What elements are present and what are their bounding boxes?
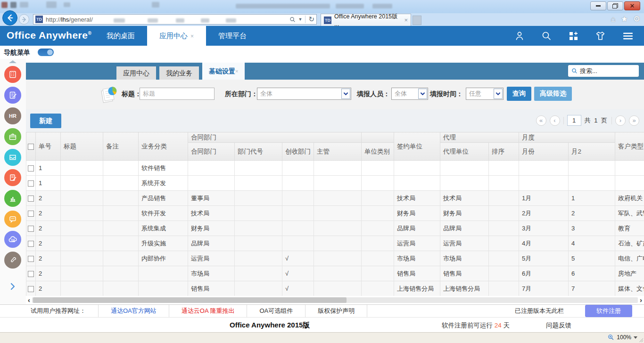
- table-row[interactable]: 2内部协作运营局√市场局市场局5月5电信、广电: [26, 251, 644, 266]
- table-row[interactable]: 2市场局√销售局销售局6月6房地产: [26, 266, 644, 281]
- theme-shirt-icon[interactable]: [594, 30, 606, 42]
- new-tab-button[interactable]: [413, 16, 421, 25]
- row-checkbox[interactable]: [28, 180, 34, 187]
- nav-tab-app-center[interactable]: 应用中心×: [147, 26, 206, 46]
- tab-app-center[interactable]: 应用中心: [116, 66, 156, 80]
- table-row[interactable]: 1系统开发: [26, 176, 644, 191]
- favorites-star-icon[interactable]: ★: [621, 14, 628, 24]
- row-checkbox[interactable]: [28, 165, 34, 172]
- tab-basic-settings[interactable]: 基础设置×: [202, 63, 245, 80]
- software-register-button[interactable]: 软件注册: [585, 305, 632, 317]
- new-button[interactable]: 新建: [30, 114, 61, 128]
- title-filter-input[interactable]: 标题: [140, 88, 215, 100]
- cloud-oa-link[interactable]: 通达云OA 隆重推出: [169, 305, 248, 318]
- first-page-button[interactable]: «: [536, 115, 546, 126]
- user-icon[interactable]: [514, 30, 525, 41]
- forward-button[interactable]: [19, 14, 29, 24]
- table-row[interactable]: 2产品销售董事局技术局技术局1月1政府机关: [26, 191, 644, 206]
- column-header[interactable]: 备注: [103, 132, 139, 161]
- hr-icon[interactable]: HR: [4, 107, 21, 124]
- select-caret-icon[interactable]: [418, 89, 427, 99]
- restore-button[interactable]: [607, 1, 623, 10]
- table-row[interactable]: 2系统集成财务局品牌局品牌局3月3教育: [26, 221, 644, 236]
- office-app-icon[interactable]: [4, 66, 21, 83]
- column-header[interactable]: 部门代号: [235, 143, 282, 161]
- column-header[interactable]: 主管: [314, 143, 362, 161]
- row-checkbox[interactable]: [28, 271, 34, 277]
- message-icon[interactable]: [4, 211, 21, 228]
- optional-components-link[interactable]: OA可选组件: [247, 305, 305, 318]
- attachment-icon[interactable]: [4, 252, 21, 269]
- menu-hamburger-icon[interactable]: [622, 30, 634, 42]
- time-filter-select[interactable]: 任意: [466, 88, 504, 100]
- nav-tab-admin-platform[interactable]: 管理平台: [206, 26, 259, 46]
- row-checkbox[interactable]: [28, 286, 34, 292]
- select-caret-icon[interactable]: [341, 89, 350, 99]
- tab-close-icon[interactable]: ×: [190, 33, 194, 40]
- row-checkbox[interactable]: [28, 241, 34, 247]
- close-button[interactable]: ✕: [624, 1, 640, 10]
- table-row[interactable]: 2升级实施品牌局运营局运营局4月4石油、矿产: [26, 236, 644, 251]
- refresh-icon[interactable]: ↻: [308, 15, 314, 24]
- tab-close-icon[interactable]: ×: [404, 16, 408, 24]
- select-caret-icon[interactable]: [494, 89, 503, 99]
- column-header[interactable]: 标题: [61, 132, 103, 161]
- column-header[interactable]: 排序: [489, 143, 519, 161]
- address-dropdown-caret[interactable]: ▼: [298, 17, 303, 22]
- next-page-button[interactable]: ›: [615, 115, 626, 126]
- horizontal-scrollbar[interactable]: ‹ ›: [26, 296, 644, 304]
- row-checkbox[interactable]: [28, 226, 34, 232]
- zoom-caret-icon[interactable]: [634, 336, 637, 339]
- collapse-up-icon[interactable]: [9, 60, 17, 63]
- page-number-input[interactable]: 1: [567, 115, 581, 126]
- tab-my-business[interactable]: 我的业务: [159, 66, 199, 80]
- person-filter-select[interactable]: 全体: [391, 88, 428, 100]
- column-header[interactable]: 单号: [36, 132, 61, 161]
- row-checkbox[interactable]: [28, 196, 34, 202]
- cloud-icon[interactable]: 110: [4, 231, 21, 248]
- column-header[interactable]: 合同部门: [188, 143, 235, 161]
- row-checkbox[interactable]: [28, 256, 34, 262]
- feedback-link[interactable]: 问题反馈: [546, 321, 571, 330]
- document-edit-icon[interactable]: [4, 87, 21, 104]
- table-row[interactable]: 2销售局√上海销售分局上海销售分局7月7媒体、文化: [26, 281, 644, 296]
- column-header[interactable]: 创收部门: [282, 143, 314, 161]
- apps-grid-icon[interactable]: [568, 30, 579, 41]
- select-all-checkbox[interactable]: [28, 144, 34, 150]
- search-icon[interactable]: [289, 16, 296, 23]
- column-header[interactable]: 签约单位: [394, 132, 440, 161]
- table-row[interactable]: 2软件开发技术局财务局财务局2月2军队、武警: [26, 206, 644, 221]
- address-bar[interactable]: TD http://lhs/general/ ▼ ↻: [33, 14, 317, 24]
- copyright-link[interactable]: 版权保护声明: [305, 305, 367, 318]
- scrollbar-thumb[interactable]: [33, 297, 347, 303]
- column-header[interactable]: 月2: [569, 143, 615, 161]
- briefcase-icon[interactable]: [4, 128, 21, 145]
- column-header[interactable]: 客户类型: [615, 132, 644, 161]
- search-input[interactable]: 搜索...: [568, 65, 639, 77]
- scrollbar-track[interactable]: [32, 297, 638, 303]
- column-header[interactable]: 月份: [519, 143, 569, 161]
- billing-icon[interactable]: [4, 169, 21, 186]
- row-checkbox[interactable]: [28, 211, 34, 217]
- nav-menu-toggle[interactable]: [38, 49, 54, 56]
- table-row[interactable]: 1软件销售: [26, 161, 644, 176]
- inbox-icon[interactable]: [4, 149, 21, 166]
- prev-page-button[interactable]: ‹: [550, 115, 560, 126]
- expand-right-icon[interactable]: [8, 282, 17, 291]
- advanced-filter-button[interactable]: 高级筛选: [534, 87, 572, 101]
- zoom-control[interactable]: 100%: [608, 334, 637, 341]
- scroll-right-icon[interactable]: ›: [640, 296, 642, 304]
- column-header[interactable]: 代理单位: [440, 143, 489, 161]
- back-button[interactable]: [2, 10, 17, 25]
- dept-filter-select[interactable]: 全体: [257, 88, 351, 100]
- chart-icon[interactable]: [4, 190, 21, 207]
- scroll-left-icon[interactable]: ‹: [28, 296, 30, 304]
- settings-gear-icon[interactable]: ⚙: [633, 14, 640, 24]
- browser-tab[interactable]: TD Office Anywhere 2015版 ... ×: [321, 14, 411, 26]
- home-icon[interactable]: ⌂: [611, 15, 615, 24]
- tab-close-icon[interactable]: ×: [235, 68, 238, 74]
- nav-tab-my-desktop[interactable]: 我的桌面: [94, 26, 147, 46]
- query-button[interactable]: 查询: [507, 87, 531, 101]
- official-site-link[interactable]: 通达OA官方网站: [99, 305, 169, 318]
- minimize-button[interactable]: [590, 1, 606, 10]
